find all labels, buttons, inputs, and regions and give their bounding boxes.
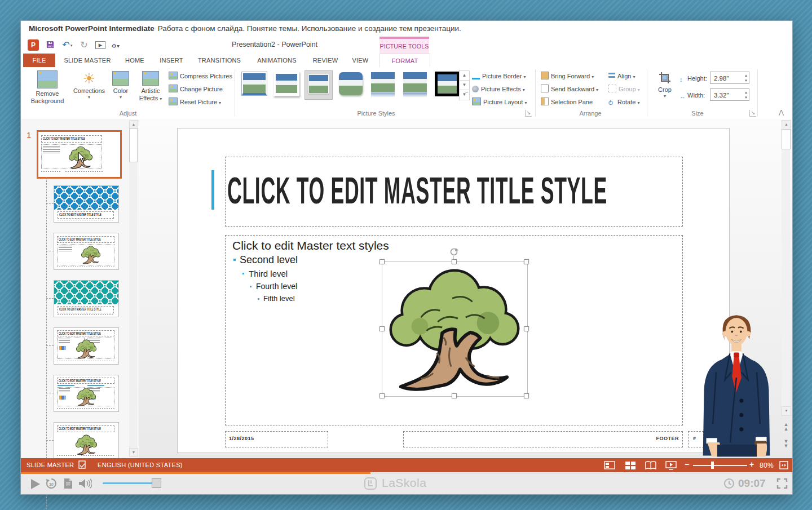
spellcheck-icon[interactable] [78,460,86,469]
picture-style-2[interactable] [272,70,301,100]
thumbnail-layout-blue-pattern[interactable]: CLICK TO EDIT MASTER TITLE STYLE [54,185,119,223]
thumbnail-scroll-up-button[interactable]: ▲ [129,120,138,129]
fullscreen-button[interactable] [776,478,788,489]
crop-button[interactable]: Crop ▾ [652,69,677,99]
tab-slide-master[interactable]: SLIDE MASTER [59,54,116,67]
status-view-label[interactable]: SLIDE MASTER [27,462,74,468]
tab-review[interactable]: REVIEW [310,54,341,67]
thumbnail-layout-tree[interactable]: CLICK TO EDIT MASTER TITLE STYLE [54,233,119,270]
resize-handle-e[interactable] [524,326,529,331]
picture-style-4[interactable] [337,70,365,100]
zoom-out-button[interactable]: − [685,460,689,469]
tab-view[interactable]: VIEW [348,54,373,67]
resize-handle-w[interactable] [379,326,385,331]
normal-view-button[interactable] [603,460,616,470]
play-button[interactable] [31,479,40,489]
thumbnail-layout-teal-pattern[interactable]: CLICK TO EDIT MASTER TITLE STYLE [54,280,119,317]
footer-placeholder[interactable]: FOOTER [403,431,683,447]
tab-insert[interactable]: INSERT [156,54,187,67]
date-placeholder[interactable]: 1/28/2015 [225,431,328,447]
zoom-slider-track[interactable] [693,465,747,466]
picture-styles-dialog-launcher[interactable]: ↘ [525,110,532,117]
undo-button[interactable]: ↶ [60,39,72,51]
thumbnail-layout-comparison[interactable]: CLICK TO EDIT MASTER TITLE STYLE [54,375,119,412]
size-dialog-launcher[interactable]: ↘ [749,110,756,117]
save-button[interactable]: 💾︎ [45,39,56,51]
tab-transitions[interactable]: TRANSITIONS [193,54,245,67]
width-input[interactable]: 3.32" ▲ ▼ [710,88,749,101]
collapse-ribbon-button[interactable]: ⋀ [779,109,784,116]
send-backward-button[interactable]: Send Backward ▾ [541,83,598,95]
resize-handle-nw[interactable] [379,259,385,264]
picture-layout-button[interactable]: Picture Layout ▾ [472,96,527,108]
reading-view-button[interactable] [644,460,657,470]
picture-style-3[interactable] [304,70,333,100]
next-slide-button[interactable]: ▼▼ [782,439,790,448]
width-spin-up[interactable]: ▲ [744,90,748,95]
zoom-in-button[interactable]: + [749,460,754,469]
tab-home[interactable]: HOME [121,54,148,67]
thumbnail-scrollbar-thumb[interactable] [129,128,138,162]
remove-background-button[interactable]: Remove Background [27,69,68,105]
resize-handle-sw[interactable] [379,393,385,398]
color-button[interactable]: Color ▾ [108,69,134,100]
fit-slide-to-window-button[interactable] [779,460,789,470]
tab-format[interactable]: FORMAT [379,54,430,68]
width-spin-down[interactable]: ▼ [744,95,748,100]
thumbnail-scroll-down-button[interactable]: ▼ [129,448,138,457]
height-spin-up[interactable]: ▲ [744,73,748,78]
rotate-button[interactable]: ⥁Rotate ▾ [608,96,640,108]
video-progress-track[interactable] [370,473,792,473]
bring-forward-button[interactable]: Bring Forward ▾ [541,70,594,82]
height-spin-down[interactable]: ▼ [744,78,748,83]
gallery-more-button[interactable]: ▼̅ [459,90,470,100]
thumbnail-layout-title-tree[interactable]: CLICK TO EDIT MASTER TITLE STYLE [54,422,119,459]
resize-handle-s[interactable] [452,393,457,398]
thumbnail-layout-two-content[interactable]: CLICK TO EDIT MASTER TITLE STYLE [54,327,119,365]
tab-file[interactable]: FILE [23,54,55,67]
change-picture-button[interactable]: Change Picture [169,83,223,95]
compress-pictures-button[interactable]: Compress Pictures [169,70,232,82]
thumbnail-scrollbar[interactable] [129,120,137,457]
volume-button[interactable] [78,478,92,489]
resize-handle-n[interactable] [452,259,457,264]
volume-slider-handle[interactable] [152,478,161,488]
picture-style-5[interactable] [369,70,397,100]
undo-dropdown-icon[interactable]: ▾ [70,43,73,48]
thumbnail-master[interactable]: CLICK TO EDIT MASTER TITLE STYLE [37,130,122,179]
align-button[interactable]: Align ▾ [608,70,636,82]
zoom-slider-thumb[interactable] [711,462,714,469]
status-language-label[interactable]: ENGLISH (UNITED STATES) [98,462,183,468]
picture-border-button[interactable]: Picture Border ▾ [472,70,526,82]
tree-picture[interactable] [385,264,524,393]
slide-canvas[interactable]: CLICK TO EDIT MASTER TITLE STYLE Click t… [177,128,730,453]
body-level1-text[interactable]: Click to edit Master text styles [232,239,389,252]
slideshow-view-button[interactable] [664,460,678,470]
picture-style-1[interactable] [240,70,268,100]
body-level5-text[interactable]: Fifth level [263,294,295,303]
master-title-text[interactable]: CLICK TO EDIT MASTER TITLE STYLE [227,163,682,218]
editor-scroll-down-button[interactable]: ▼ [782,406,791,416]
body-level3-text[interactable]: Third level [249,269,288,278]
editor-scroll-up-button[interactable]: ▲ [782,120,791,130]
height-input[interactable]: 2.98" ▲ ▼ [710,72,749,84]
volume-slider-track[interactable] [103,482,157,484]
tab-animations[interactable]: ANIMATIONS [252,54,302,67]
editor-scrollbar[interactable] [782,120,790,415]
corrections-button[interactable]: ☀ Corrections ▾ [72,69,107,100]
body-level2-text[interactable]: Second level [240,254,298,266]
group-button[interactable]: Group ▾ [608,83,640,95]
resize-handle-se[interactable] [524,393,529,398]
start-presentation-button[interactable]: ▸ [95,41,105,49]
editor-scrollbar-thumb[interactable] [782,129,791,149]
customize-qat-button[interactable]: ⚙︎▾ [110,41,121,52]
zoom-percentage[interactable]: 80% [760,462,774,469]
notes-button[interactable] [64,478,73,489]
rewind-10-button[interactable]: 10 [46,478,57,489]
picture-style-7[interactable] [433,70,461,100]
selection-pane-button[interactable]: Selection Pane [541,96,593,108]
video-progress-bar[interactable] [21,472,370,474]
artistic-effects-button[interactable]: Artistic Effects ▾ [135,69,166,103]
picture-style-6[interactable] [401,70,429,100]
slide-sorter-view-button[interactable] [624,460,637,470]
